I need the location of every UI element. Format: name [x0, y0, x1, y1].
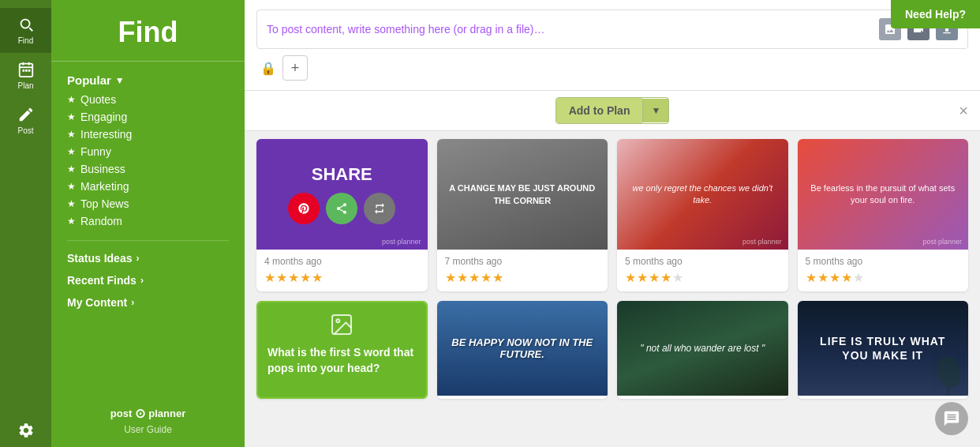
card-4-image: Be fearless in the pursuit of what sets …	[798, 139, 969, 250]
calendar-icon	[17, 61, 35, 78]
sidebar-item-random[interactable]: ★ Random	[67, 212, 229, 230]
card-6-image: BE HAPPY NOW NOT IN THE FUTURE.	[437, 301, 608, 396]
card-2[interactable]: A CHANGE MAY BE JUST AROUND THE CORNER 7…	[437, 139, 608, 291]
left-nav-strip: Find Plan Post	[0, 0, 51, 447]
pp-circle-icon: ⊙	[135, 406, 145, 421]
search-icon	[17, 16, 35, 33]
sidebar-item-business[interactable]: ★ Business	[67, 160, 229, 178]
star-icon: ★	[67, 198, 76, 209]
add-to-plan-label: Add to Plan	[556, 98, 643, 123]
card-4-text-overlay: Be fearless in the pursuit of what sets …	[798, 139, 969, 250]
sidebar-item-quotes-label: Quotes	[80, 93, 116, 106]
nav-find-label: Find	[18, 36, 33, 45]
star1: ★	[264, 270, 275, 285]
need-help-button[interactable]: Need Help?	[891, 0, 980, 28]
card-3-meta: 5 months ago ★ ★ ★ ★ ★	[617, 250, 788, 291]
share-button[interactable]	[326, 193, 357, 224]
star3: ★	[649, 270, 660, 285]
sidebar-popular-header[interactable]: Popular ▼	[67, 73, 229, 87]
card-2-text-overlay: A CHANGE MAY BE JUST AROUND THE CORNER	[437, 139, 608, 250]
star2: ★	[817, 270, 829, 285]
card-3-image: we only regret the chances we didn't tak…	[617, 139, 788, 250]
card-1[interactable]: SHARE post·p	[256, 139, 428, 291]
sidebar-item-top-news[interactable]: ★ Top News	[67, 195, 229, 212]
card-2-stars: ★ ★ ★ ★ ★	[445, 270, 600, 285]
svg-point-8	[337, 319, 340, 322]
sidebar-item-top-news-label: Top News	[80, 197, 129, 210]
lock-icon: 🔒	[260, 61, 276, 76]
card-grid-row1: SHARE post·p	[256, 139, 968, 291]
nav-plan-label: Plan	[17, 81, 33, 90]
card-4-meta: 5 months ago ★ ★ ★ ★ ★	[798, 250, 969, 291]
sidebar-popular-section: Popular ▼ ★ Quotes ★ Engaging ★ Interest…	[51, 69, 245, 234]
add-to-plan-button[interactable]: Add to Plan ▼	[555, 97, 670, 124]
arrow-icon: ›	[140, 275, 144, 286]
dropdown-arrow-icon[interactable]: ▼	[642, 99, 668, 122]
gear-icon	[17, 422, 35, 439]
card-4[interactable]: Be fearless in the pursuit of what sets …	[798, 139, 969, 291]
sidebar-item-interesting-label: Interesting	[80, 128, 132, 141]
post-actions: 🔒 +	[256, 55, 968, 81]
sidebar-item-funny[interactable]: ★ Funny	[67, 143, 229, 160]
sidebar-bottom: post ⊙ planner User Guide	[51, 394, 245, 447]
card-3-stars: ★ ★ ★ ★ ★	[625, 270, 780, 285]
svg-rect-5	[25, 69, 28, 72]
chat-support-button[interactable]	[935, 402, 968, 435]
card-3-text-overlay: we only regret the chances we didn't tak…	[617, 139, 788, 250]
repost-button[interactable]	[364, 193, 395, 224]
card-8[interactable]: LIFE IS TRULY WHAT YOU MAKE IT	[798, 301, 969, 399]
sidebar-item-engaging[interactable]: ★ Engaging	[67, 108, 229, 126]
plan-bar: Add to Plan ▼ ×	[245, 91, 980, 131]
card-5-text: What is the first S word that pops into …	[267, 346, 413, 374]
add-button[interactable]: +	[282, 55, 308, 81]
star-icon: ★	[67, 129, 76, 140]
sidebar-item-marketing[interactable]: ★ Marketing	[67, 178, 229, 195]
card-6-text: BE HAPPY NOW NOT IN THE FUTURE.	[445, 336, 600, 360]
user-guide-link[interactable]: User Guide	[67, 424, 229, 435]
nav-post[interactable]: Post	[0, 98, 51, 143]
compose-placeholder[interactable]: To post content, write something here (o…	[267, 23, 879, 36]
sidebar-recent-finds[interactable]: Recent Finds ›	[51, 269, 245, 291]
card-4-branding: post·planner	[922, 238, 962, 246]
sidebar-item-random-label: Random	[80, 215, 122, 227]
card-3[interactable]: we only regret the chances we didn't tak…	[617, 139, 788, 291]
sidebar-item-interesting[interactable]: ★ Interesting	[67, 126, 229, 143]
nav-find[interactable]: Find	[0, 8, 51, 53]
arrow-icon: ›	[131, 297, 134, 308]
card-4-quote: Be fearless in the pursuit of what sets …	[806, 182, 961, 207]
divider1	[67, 240, 229, 241]
card-5[interactable]: What is the first S word that pops into …	[256, 301, 428, 399]
card-5-image: What is the first S word that pops into …	[258, 302, 426, 397]
card-6[interactable]: BE HAPPY NOW NOT IN THE FUTURE.	[437, 301, 608, 399]
nav-settings[interactable]	[0, 414, 51, 447]
content-area: SHARE post·p	[245, 131, 980, 447]
card-2-date: 7 months ago	[445, 256, 600, 267]
star2: ★	[457, 270, 468, 285]
card-4-date: 5 months ago	[806, 256, 961, 267]
sidebar-my-content[interactable]: My Content ›	[51, 291, 245, 314]
nav-plan[interactable]: Plan	[0, 53, 51, 98]
card-2-quote: A CHANGE MAY BE JUST AROUND THE CORNER	[445, 182, 600, 208]
star4: ★	[481, 270, 492, 285]
sidebar-status-ideas[interactable]: Status Ideas ›	[51, 247, 245, 269]
sidebar: Find Popular ▼ ★ Quotes ★ Engaging ★ Int…	[51, 0, 245, 447]
card-8-image: LIFE IS TRULY WHAT YOU MAKE IT	[798, 301, 969, 396]
card-7-text-overlay: " not all who wander are lost "	[617, 301, 788, 396]
card-1-stars: ★ ★ ★ ★ ★	[264, 270, 420, 285]
logo-text2: planner	[148, 408, 185, 419]
card-7[interactable]: " not all who wander are lost "	[617, 301, 788, 399]
close-button[interactable]: ×	[959, 102, 968, 120]
sidebar-item-quotes[interactable]: ★ Quotes	[67, 91, 229, 108]
picture-frame-icon	[329, 312, 354, 342]
pencil-icon	[17, 106, 35, 123]
sidebar-popular-label: Popular	[67, 73, 111, 87]
share-overlay: SHARE	[256, 139, 428, 250]
star3: ★	[829, 270, 840, 285]
star-icon: ★	[67, 111, 76, 122]
pinterest-button[interactable]	[288, 193, 320, 224]
main-content: To post content, write something here (o…	[245, 0, 980, 447]
star5: ★	[312, 270, 323, 285]
star-icon: ★	[67, 163, 76, 175]
logo-text: post	[110, 408, 132, 419]
card-1-date: 4 months ago	[264, 256, 420, 267]
